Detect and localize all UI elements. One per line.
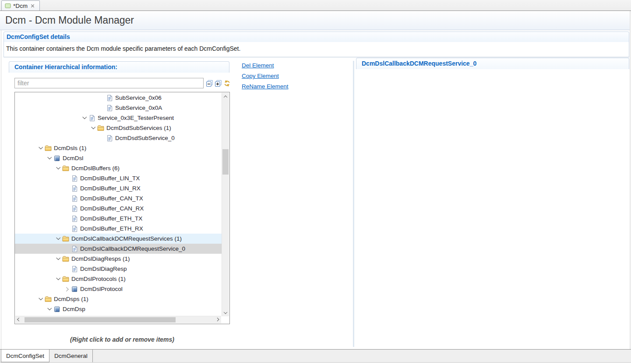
context-menu-hint: (Right click to add or remove items) [14, 336, 230, 343]
tree-item[interactable]: Service_0x3E_TesterPresent [15, 113, 222, 123]
model-file-icon [5, 3, 11, 9]
tree-item[interactable]: SubService_0x06 [15, 93, 222, 103]
vertical-scrollbar[interactable] [222, 93, 229, 316]
tree-item-label: DcmDsps (1) [54, 296, 91, 302]
editor-tab-title: *Dcm [13, 3, 28, 9]
tree-item[interactable]: DcmDsls (1) [15, 143, 222, 153]
tree-item[interactable]: DcmDslBuffer_ETH_RX [15, 224, 222, 234]
tree-item[interactable]: DcmDsdSubService_0 [15, 133, 222, 143]
tab-dcmgeneral[interactable]: DcmGeneral [49, 350, 93, 362]
tree-item-label: SubService_0x06 [115, 94, 164, 101]
configset-details-description: This container containers the Dcm module… [4, 42, 629, 52]
horizontal-scrollbar[interactable] [15, 316, 221, 323]
tree-item[interactable]: DcmDslProtocol [15, 284, 222, 294]
tree-item-label: DcmDsl [63, 155, 86, 161]
tree-item[interactable]: DcmDsl [15, 153, 222, 163]
tree-item-label: DcmDslBuffer_LIN_RX [80, 185, 143, 192]
tree-item-label: DcmDslProtocols (1) [71, 276, 128, 282]
tree-item-label: DcmDsdSubServices (1) [106, 125, 174, 131]
document-icon [71, 245, 78, 252]
chevron-expanded-icon[interactable] [81, 114, 88, 122]
tree-item[interactable]: DcmDsps (1) [15, 294, 222, 304]
tree-item-label: DcmDslCallbackDCMRequestServices (1) [71, 235, 184, 242]
document-icon [106, 135, 113, 142]
module-icon [71, 286, 78, 293]
chevron-expanded-icon[interactable] [89, 124, 97, 132]
folder-icon [62, 235, 69, 242]
tree-item-label: DcmDslBuffer_ETH_RX [80, 225, 146, 232]
chevron-collapsed-icon[interactable] [63, 285, 71, 293]
tree-item-label: DcmDslCallbackDCMRequestService_0 [80, 245, 188, 252]
tree-item[interactable]: DcmDslDiagResp [15, 264, 222, 274]
module-icon [53, 306, 60, 313]
tree-item[interactable]: DcmDsdSubServices (1) [15, 123, 222, 133]
chevron-expanded-icon[interactable] [46, 154, 53, 162]
container-tree-panel: SubService_0x06SubService_0x0AService_0x… [14, 92, 230, 324]
collapse-all-icon[interactable] [206, 80, 213, 87]
scroll-down-button[interactable] [222, 309, 229, 316]
tree-item[interactable]: DcmDslDiagResps (1) [15, 254, 222, 264]
vertical-scrollbar-thumb[interactable] [222, 149, 229, 175]
scroll-up-button[interactable] [222, 93, 229, 100]
chevron-expanded-icon[interactable] [54, 275, 62, 283]
document-icon [88, 115, 95, 122]
tab-dcmconfigset[interactable]: DcmConfigSet [1, 350, 49, 362]
document-icon [71, 225, 78, 232]
tree-item[interactable]: DcmDslBuffer_CAN_TX [15, 193, 222, 203]
chevron-spacer [63, 245, 71, 252]
document-icon [106, 94, 113, 102]
tree-item[interactable]: DcmDslBuffers (6) [15, 163, 222, 173]
detail-panel-title: DcmDslCallbackDCMRequestService_0 [356, 58, 629, 69]
document-icon [71, 195, 78, 202]
filter-input[interactable] [14, 78, 204, 88]
folder-icon [62, 165, 69, 172]
folder-icon [62, 276, 69, 283]
tree-item[interactable]: DcmDslCallbackDCMRequestServices (1) [15, 234, 222, 244]
refresh-icon[interactable] [223, 80, 231, 87]
document-icon [71, 215, 78, 222]
tree-item-label: DcmDsp [63, 306, 88, 312]
tree-item-label: DcmDslBuffer_CAN_TX [80, 195, 146, 202]
scroll-right-button[interactable] [214, 316, 221, 323]
tree-item[interactable]: DcmDsp [15, 304, 222, 314]
configset-details-title: DcmConfigSet details [4, 32, 629, 42]
tree-item-label: SubService_0x0A [115, 105, 165, 111]
document-icon [106, 105, 113, 112]
tree-item-label: DcmDslBuffers (6) [71, 165, 122, 172]
tree-item[interactable]: DcmDslBuffer_LIN_TX [15, 173, 222, 183]
tree-item[interactable]: DcmDslBuffer_ETH_TX [15, 214, 222, 224]
del-element-link[interactable]: Del Element [242, 62, 289, 69]
tree-item[interactable]: DcmDslCallbackDCMRequestService_0 [15, 244, 222, 254]
chevron-spacer [63, 265, 71, 273]
bottom-tabbar: DcmConfigSetDcmGeneral [0, 349, 631, 363]
rename-element-link[interactable]: ReName Element [242, 83, 289, 90]
tree-item[interactable]: DcmDslProtocols (1) [15, 274, 222, 284]
panel-divider [353, 61, 354, 347]
page-title: Dcm - Dcm Module Manager [0, 11, 631, 30]
scroll-left-button[interactable] [16, 316, 22, 323]
chevron-expanded-icon[interactable] [54, 255, 62, 262]
tree-item-label: DcmDslBuffer_CAN_RX [80, 205, 146, 212]
editor-tab-dcm[interactable]: *Dcm [1, 0, 40, 10]
element-actions: Del ElementCopy ElementReName Element [242, 62, 289, 90]
configset-details-section: DcmConfigSet details This container cont… [4, 32, 629, 57]
chevron-expanded-icon[interactable] [54, 235, 62, 242]
chevron-spacer [63, 215, 71, 222]
chevron-expanded-icon[interactable] [46, 305, 53, 313]
folder-icon [97, 125, 104, 132]
filter-row [14, 78, 231, 88]
close-icon[interactable] [31, 4, 35, 8]
chevron-spacer [63, 195, 71, 202]
tree-item[interactable]: DcmDslBuffer_CAN_RX [15, 203, 222, 214]
tree-item[interactable]: SubService_0x0A [15, 103, 222, 113]
horizontal-scrollbar-thumb[interactable] [25, 317, 176, 322]
chevron-spacer [98, 94, 106, 102]
expand-all-icon[interactable] [215, 80, 222, 87]
chevron-expanded-icon[interactable] [37, 295, 44, 303]
chevron-expanded-icon[interactable] [37, 144, 44, 152]
copy-element-link[interactable]: Copy Element [242, 73, 289, 79]
chevron-spacer [63, 185, 71, 192]
tree-item-label: DcmDslDiagResps (1) [71, 256, 133, 262]
chevron-expanded-icon[interactable] [54, 164, 62, 172]
tree-item[interactable]: DcmDslBuffer_LIN_RX [15, 183, 222, 193]
